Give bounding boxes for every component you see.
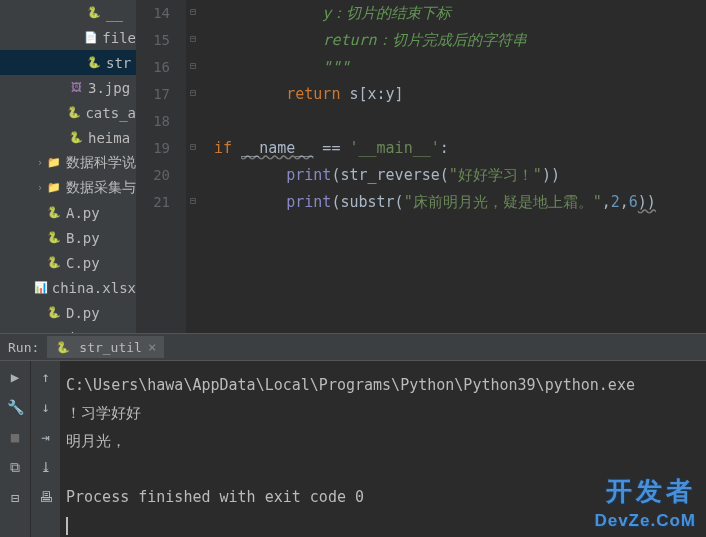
fold-column: ⊟ ⊟ ⊟ ⊟ ⊟ ⊟ [186,0,206,333]
layout-icon[interactable]: ⧉ [10,459,20,476]
tree-label: cats_a [85,105,136,121]
up-arrow-icon[interactable]: ↑ [41,369,49,385]
down-arrow-icon[interactable]: ↓ [41,399,49,415]
tree-label: 3.jpg [88,80,130,96]
run-tab-label: str_util [79,340,142,355]
file-icon: 📁 [46,155,62,171]
run-tab[interactable]: 🐍 str_util × [47,336,164,360]
tree-label: 数据采集与 [66,179,136,197]
tree-label: B.py [66,230,100,246]
line-number: 17 [136,81,170,108]
chevron-right-icon[interactable]: › [34,182,46,193]
run-panel-body: ▶ 🔧 ■ ⧉ ⊟ ↑ ↓ ⇥ ⤓ 🖶 C:\Users\hawa\AppDat… [0,361,706,537]
fold-mark[interactable]: ⊟ [190,6,200,16]
file-icon: 🐍 [46,205,62,221]
file-icon: 🐍 [86,5,102,21]
soft-wrap-icon[interactable]: ⇥ [41,429,49,445]
line-number: 14 [136,0,170,27]
rerun-icon[interactable]: ▶ [11,369,19,385]
tree-item[interactable]: 🗎data.csv [0,325,136,333]
wrench-icon[interactable]: 🔧 [7,399,24,415]
tree-label: C.py [66,255,100,271]
run-panel-header: Run: 🐍 str_util × [0,333,706,361]
project-tree[interactable]: 🐍__📄file🐍str🖼3.jpg🐍cats_a🐍heima›📁数据科学说›📁… [0,0,136,333]
file-icon: 📄 [83,30,98,46]
chevron-right-icon[interactable]: › [34,157,46,168]
fold-mark[interactable]: ⊟ [190,87,200,97]
line-number: 18 [136,108,170,135]
line-number: 21 [136,189,170,216]
run-toolbar-nav: ↑ ↓ ⇥ ⤓ 🖶 [30,361,60,537]
tree-item[interactable]: 🐍B.py [0,225,136,250]
cursor [66,517,68,535]
layout2-icon[interactable]: ⊟ [11,490,19,506]
tree-item[interactable]: 🐍__ [0,0,136,25]
line-number: 15 [136,27,170,54]
tree-label: file [102,30,136,46]
file-icon: 🐍 [46,255,62,271]
file-icon: 🖼 [68,80,84,96]
close-icon[interactable]: × [148,339,156,355]
tree-label: heima [88,130,130,146]
editor: 1415161718192021▶ ⊟ ⊟ ⊟ ⊟ ⊟ ⊟ y：切片的结束下标 … [136,0,706,333]
tree-item[interactable]: 🐍cats_a [0,100,136,125]
tree-item[interactable]: 🖼3.jpg [0,75,136,100]
console-output[interactable]: C:\Users\hawa\AppData\Local\Programs\Pyt… [60,361,706,537]
tree-label: 数据科学说 [66,154,136,172]
tree-label: D.py [66,305,100,321]
file-icon: 🐍 [86,55,102,71]
run-title: Run: [0,340,47,355]
fold-mark[interactable]: ⊟ [190,33,200,43]
tree-item[interactable]: ›📁数据采集与 [0,175,136,200]
run-toolbar-left: ▶ 🔧 ■ ⧉ ⊟ [0,361,30,537]
line-number: 19 [136,135,170,162]
tree-label: __ [106,5,123,21]
line-number: 20 [136,162,170,189]
tree-item[interactable]: 🐍A.py [0,200,136,225]
scroll-end-icon[interactable]: ⤓ [40,459,52,475]
tree-label: str [106,55,131,71]
console-line: 明月光， [66,432,126,450]
file-icon: 🐍 [66,105,81,121]
file-icon: 📊 [34,280,48,296]
line-number-gutter: 1415161718192021▶ [136,0,186,333]
tree-label: A.py [66,205,100,221]
code-content[interactable]: y：切片的结束下标 return：切片完成后的字符串 """ return s[… [206,0,706,333]
console-line: C:\Users\hawa\AppData\Local\Programs\Pyt… [66,376,635,394]
file-icon: 🐍 [68,130,84,146]
file-icon: 📁 [46,180,62,196]
tree-label: china.xlsx [52,280,136,296]
tree-item[interactable]: 🐍D.py [0,300,136,325]
file-icon: 🐍 [46,230,62,246]
tree-item[interactable]: ›📁数据科学说 [0,150,136,175]
code-line: y：切片的结束下标 [214,4,451,22]
tree-item[interactable]: 🐍C.py [0,250,136,275]
stop-icon[interactable]: ■ [11,429,19,445]
console-line: Process finished with exit code 0 [66,488,364,506]
editor-split: 🐍__📄file🐍str🖼3.jpg🐍cats_a🐍heima›📁数据科学说›📁… [0,0,706,333]
tree-item[interactable]: 🐍heima [0,125,136,150]
tree-item[interactable]: 📊china.xlsx [0,275,136,300]
python-icon: 🐍 [55,339,71,355]
print-icon[interactable]: 🖶 [39,489,53,505]
fold-mark[interactable]: ⊟ [190,195,200,205]
tree-item[interactable]: 🐍str [0,50,136,75]
line-number: 16 [136,54,170,81]
tree-item[interactable]: 📄file [0,25,136,50]
fold-mark[interactable]: ⊟ [190,141,200,151]
file-icon: 🐍 [46,305,62,321]
console-line: ！习学好好 [66,404,141,422]
fold-mark[interactable]: ⊟ [190,60,200,70]
